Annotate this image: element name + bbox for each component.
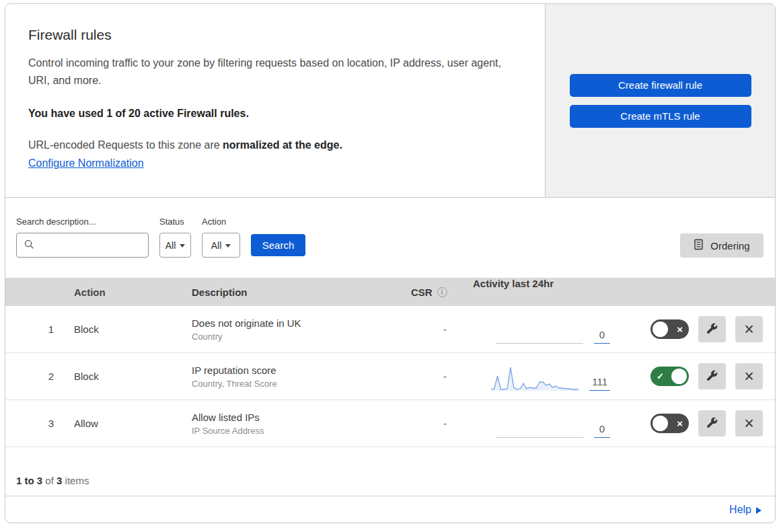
chevron-down-icon <box>225 244 231 248</box>
rule-priority: 3 <box>5 418 67 429</box>
hero-actions-panel: Create firewall rule Create mTLS rule <box>546 4 775 197</box>
action-filter-value: All <box>211 240 222 251</box>
help-bar: Help <box>5 496 775 523</box>
action-column-header: Action <box>67 287 185 298</box>
toggle-knob <box>653 416 668 431</box>
csr-column-header: CSR i <box>396 287 457 298</box>
rule-expression-fields: Country <box>192 332 396 342</box>
rule-enabled-toggle[interactable]: ✓ × <box>650 414 689 433</box>
rule-controls: ✓ × × <box>628 363 775 389</box>
create-mtls-rule-button[interactable]: Create mTLS rule <box>570 105 751 128</box>
status-filter-value: All <box>165 240 176 251</box>
chevron-down-icon <box>180 244 185 248</box>
rule-expression-fields: IP Source Address <box>192 426 396 436</box>
close-icon: × <box>744 415 754 432</box>
rule-expression-fields: Country, Threat Score <box>192 379 396 389</box>
rule-csr-value: - <box>396 371 457 382</box>
help-link[interactable]: Help <box>729 504 761 516</box>
summary-of: of <box>42 475 57 486</box>
normalization-bold-text: normalized at the edge. <box>223 139 342 151</box>
action-filter-label: Action <box>202 217 240 227</box>
rule-activity-cell: 0 <box>457 400 628 447</box>
info-icon[interactable]: i <box>437 287 447 297</box>
page-title: Firewall rules <box>28 27 518 43</box>
edit-rule-button[interactable] <box>698 316 726 342</box>
rule-enabled-toggle[interactable]: ✓ × <box>650 367 689 386</box>
rule-action: Allow <box>67 418 185 429</box>
close-icon: × <box>677 324 683 335</box>
wrench-icon <box>706 417 718 430</box>
table-row: 3 Allow Allow listed IPs IP Source Addre… <box>5 400 775 447</box>
delete-rule-button[interactable]: × <box>735 410 763 436</box>
create-firewall-rule-button[interactable]: Create firewall rule <box>570 74 751 97</box>
rule-csr-value: - <box>396 418 457 429</box>
rule-action: Block <box>67 371 185 382</box>
toggle-knob <box>653 321 668 337</box>
ordering-list-icon <box>694 239 704 252</box>
activity-count-link[interactable]: 0 <box>594 329 610 344</box>
activity-sparkline <box>496 437 583 438</box>
status-filter-label: Status <box>159 217 191 227</box>
pagination-summary: 1 to 3 of 3 items <box>5 447 775 496</box>
help-link-label: Help <box>729 504 751 516</box>
csr-column-label: CSR <box>411 287 433 298</box>
rule-priority: 1 <box>5 324 67 335</box>
usage-summary: You have used 1 of 20 active Firewall ru… <box>28 108 518 120</box>
table-header-row: Action Description CSR i Activity last 2… <box>5 278 775 306</box>
close-icon: × <box>744 321 754 338</box>
edit-rule-button[interactable] <box>698 363 726 389</box>
rule-activity-cell: 111 <box>457 353 628 400</box>
check-icon: ✓ <box>657 371 664 381</box>
activity-count-link[interactable]: 111 <box>589 376 610 391</box>
page: Firewall rules Control incoming traffic … <box>0 0 781 527</box>
close-icon: × <box>744 368 754 385</box>
edit-rule-button[interactable] <box>698 410 726 436</box>
page-description: Control incoming traffic to your zone by… <box>28 54 518 89</box>
filter-bar: Search description... Status All <box>5 198 775 278</box>
search-input[interactable] <box>39 240 148 251</box>
ordering-button[interactable]: Ordering <box>680 233 764 258</box>
action-filter-dropdown[interactable]: All <box>202 233 240 258</box>
rule-description-cell: Does not originate in UK Country <box>185 317 396 342</box>
hero-text-panel: Firewall rules Control incoming traffic … <box>5 4 546 197</box>
wrench-icon <box>706 370 718 383</box>
info-icon-glyph: i <box>441 289 443 296</box>
search-field: Search description... <box>16 217 149 258</box>
close-icon: × <box>677 418 683 429</box>
status-filter-dropdown[interactable]: All <box>159 233 191 258</box>
description-column-header: Description <box>185 287 396 298</box>
activity-sparkline <box>491 365 579 391</box>
table-row: 1 Block Does not originate in UK Country… <box>5 306 775 353</box>
rule-priority: 2 <box>5 371 67 382</box>
toggle-knob <box>671 369 687 384</box>
status-filter-field: Status All <box>159 217 191 258</box>
summary-range: 1 to 3 <box>16 475 42 486</box>
rule-description: Allow listed IPs <box>192 412 396 423</box>
table-row: 2 Block IP reputation score Country, Thr… <box>5 353 775 400</box>
rule-description-cell: Allow listed IPs IP Source Address <box>185 412 396 436</box>
delete-rule-button[interactable]: × <box>735 316 763 342</box>
normalization-note: URL-encoded Requests to this zone are no… <box>28 139 518 151</box>
rule-activity-cell: 0 <box>457 306 628 352</box>
search-label: Search description... <box>16 217 149 227</box>
delete-rule-button[interactable]: × <box>735 363 763 389</box>
rule-csr-value: - <box>396 324 457 335</box>
action-filter-field: Action All <box>202 217 240 258</box>
rule-action: Block <box>67 324 185 335</box>
summary-items: items <box>62 475 89 486</box>
help-arrow-icon <box>756 507 761 514</box>
activity-column-header: Activity last 24hr <box>457 278 628 306</box>
rule-controls: ✓ × × <box>628 316 775 342</box>
normalization-text: URL-encoded Requests to this zone are <box>28 139 223 151</box>
configure-normalization-link[interactable]: Configure Normalization <box>28 157 144 169</box>
rule-controls: ✓ × × <box>628 410 775 436</box>
search-box <box>16 233 149 258</box>
activity-count-link[interactable]: 0 <box>594 423 610 438</box>
ordering-button-label: Ordering <box>710 240 749 252</box>
search-icon <box>24 239 34 252</box>
rule-description: Does not originate in UK <box>192 317 396 329</box>
activity-sparkline <box>496 343 583 344</box>
filter-controls: Search description... Status All <box>16 217 305 258</box>
rule-enabled-toggle[interactable]: ✓ × <box>650 319 689 339</box>
search-button[interactable]: Search <box>251 234 305 256</box>
